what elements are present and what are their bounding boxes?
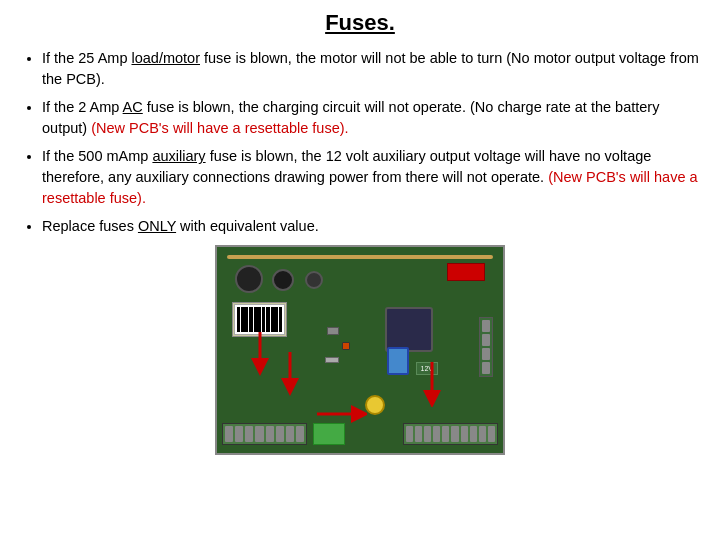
page-title: Fuses. [20,10,700,36]
pcb-image-container: 12V [20,245,700,455]
list-item: If the 500 mAmp auxiliary fuse is blown,… [42,146,700,209]
list-item: If the 2 Amp AC fuse is blown, the charg… [42,97,700,139]
bullet-list: If the 25 Amp load/motor fuse is blown, … [20,48,700,237]
list-item: Replace fuses ONLY with equivalent value… [42,216,700,237]
pcb-board-image: 12V [215,245,505,455]
list-item: If the 25 Amp load/motor fuse is blown, … [42,48,700,90]
